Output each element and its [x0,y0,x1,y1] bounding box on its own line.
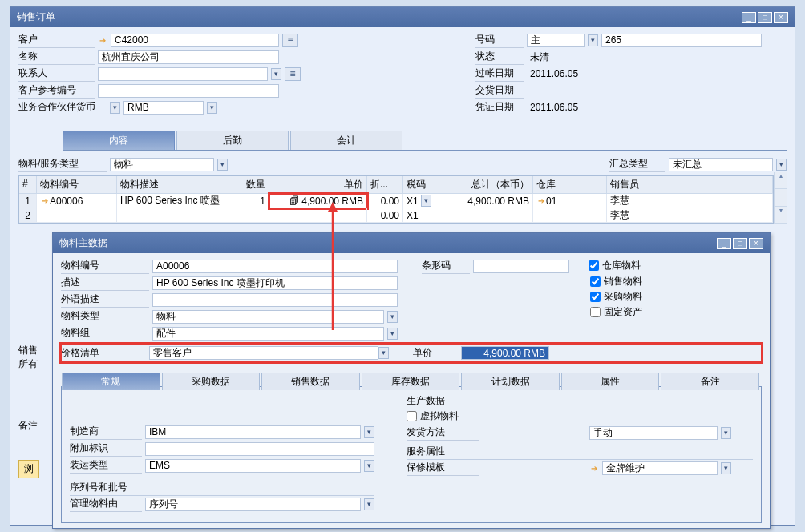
dropdown-icon[interactable]: ▾ [207,102,217,114]
col-salesperson[interactable]: 销售员 [607,176,773,194]
col-tax[interactable]: 税码 [403,176,435,194]
dropdown-icon[interactable]: ▾ [387,328,398,340]
tab-attributes[interactable]: 属性 [561,373,660,390]
col-matno[interactable]: 物料编号 [37,176,117,194]
asset-checkbox[interactable] [590,307,601,317]
docno-field[interactable]: 265 [601,34,762,47]
tab-logistics[interactable]: 后勤 [176,131,289,150]
dropdown-icon[interactable]: ▾ [110,102,120,114]
custref-field[interactable] [98,84,279,98]
dropdown-icon[interactable]: ▾ [378,347,389,359]
dropdown-icon[interactable]: ▾ [421,195,431,207]
matno-field[interactable]: A00006 [152,260,398,273]
mtype-label: 物料类型 [61,308,149,324]
name-field[interactable]: 杭州宜庆公司 [98,50,279,64]
serial-section-label: 序列号和批号 [70,480,374,496]
table-row[interactable]: 2 0.00 X1 李慧 [19,208,773,223]
mfr-select[interactable]: IBM [145,425,361,439]
virtual-checkbox[interactable] [407,411,417,421]
maximize-icon[interactable]: □ [733,238,747,249]
minimize-icon[interactable]: _ [742,12,756,23]
browse-button[interactable]: 浏 [18,460,39,478]
list-icon[interactable]: ≡ [282,34,298,47]
sales-checkbox[interactable] [590,276,601,287]
material-master-window[interactable]: 物料主数据 _ □ × 物料编号A00006 描述HP 600 Series I… [52,232,771,529]
status-label: 状态 [475,49,524,65]
customer-field[interactable]: C42000 [111,34,279,47]
unitprice-field[interactable]: 4,900.00 RMB [461,346,549,360]
col-num[interactable]: # [19,176,37,194]
contact-field[interactable] [98,67,268,81]
link-arrow-icon[interactable]: ➔ [40,196,50,205]
docno-type-field[interactable]: 主 [527,34,585,47]
manage-select[interactable]: 序列号 [145,498,361,511]
name-label: 名称 [18,49,95,65]
col-price[interactable]: 单价 [269,176,367,194]
list-icon[interactable]: ≡ [285,67,301,81]
unitprice-label: 单价 [413,345,461,361]
pricelist-select[interactable]: 零售客户 [149,346,378,360]
tab-stock-data[interactable]: 库存数据 [362,373,460,390]
warranty-label: 保修模板 [407,460,479,476]
contact-label: 联系人 [18,66,95,82]
desc-field[interactable]: HP 600 Series Inc 喷墨打印机 [152,276,398,290]
ship-select[interactable]: EMS [145,459,361,473]
fdesc-label: 外语描述 [61,292,149,308]
unit-price-cell[interactable]: 🗐4,900.00 RMB [269,194,367,208]
col-qty[interactable]: 数量 [237,176,269,194]
col-total[interactable]: 总计（本币） [435,176,533,194]
partnercurr-label: 业务合作伙伴货币 [18,99,107,115]
link-arrow-icon[interactable]: ➔ [536,196,546,205]
col-matdesc[interactable]: 物料描述 [117,176,237,194]
shipmethod-select[interactable]: 手动 [589,426,718,440]
tab-general[interactable]: 常规 [62,373,160,390]
tab-content[interactable]: 内容 [63,131,175,150]
dropdown-icon[interactable]: ▾ [271,68,281,80]
mtype-select[interactable]: 物料 [152,310,384,324]
matserv-select[interactable]: 物料 [110,158,214,171]
stock-checkbox[interactable] [589,260,599,271]
col-discount[interactable]: 折... [367,176,403,194]
tab-accounting[interactable]: 会计 [290,131,402,150]
fdesc-field[interactable] [152,293,398,307]
close-icon[interactable]: × [774,12,788,23]
deliverydate-field[interactable] [527,84,759,98]
matserv-label: 物料/服务类型 [18,156,107,172]
mgrp-select[interactable]: 配件 [152,327,384,341]
docdate-field[interactable]: 2011.06.05 [527,101,759,115]
dropdown-icon[interactable]: ▾ [721,427,731,439]
link-arrow-icon[interactable]: ➔ [98,36,107,45]
dropdown-icon[interactable]: ▾ [588,34,598,46]
col-warehouse[interactable]: 仓库 [533,176,607,194]
summary-select[interactable]: 未汇总 [669,158,773,171]
dropdown-icon[interactable]: ▾ [364,426,374,438]
maximize-icon[interactable]: □ [758,12,772,23]
tab-notes[interactable]: 备注 [661,373,759,390]
vertical-scrollbar[interactable]: ▴▾ [774,172,787,224]
tab-purchase-data[interactable]: 采购数据 [162,373,261,390]
dropdown-icon[interactable]: ▾ [217,159,228,171]
warranty-select[interactable]: 金牌维护 [602,461,718,475]
addl-field[interactable] [145,442,374,456]
mgrp-label: 物料组 [61,325,149,341]
tab-sales-data[interactable]: 销售数据 [261,373,360,390]
close-icon[interactable]: × [749,238,763,249]
dropdown-icon[interactable]: ▾ [364,460,374,472]
calc-icon[interactable]: 🗐 [289,195,299,207]
status-field: 未清 [527,50,759,64]
table-row[interactable]: 1 ➔A00006 HP 600 Series Inc 喷墨 1 🗐4,900.… [19,194,773,208]
minimize-icon[interactable]: _ [717,238,731,249]
partnercurr-field[interactable]: RMB [123,101,204,115]
tab-plan-data[interactable]: 计划数据 [461,373,560,390]
postdate-field[interactable]: 2011.06.05 [527,67,759,81]
purchase-checkbox[interactable] [590,292,601,302]
dropdown-icon[interactable]: ▾ [364,498,374,510]
barcode-field[interactable] [473,260,569,273]
postdate-label: 过帐日期 [475,66,524,82]
dropdown-icon[interactable]: ▾ [387,311,398,323]
svcattr-section-label: 服务属性 [407,444,753,460]
dropdown-icon[interactable]: ▾ [776,159,787,171]
link-arrow-icon[interactable]: ➔ [589,464,599,473]
main-window-titlebar[interactable]: 销售订单 _ □ × [10,7,795,27]
dropdown-icon[interactable]: ▾ [721,462,731,474]
